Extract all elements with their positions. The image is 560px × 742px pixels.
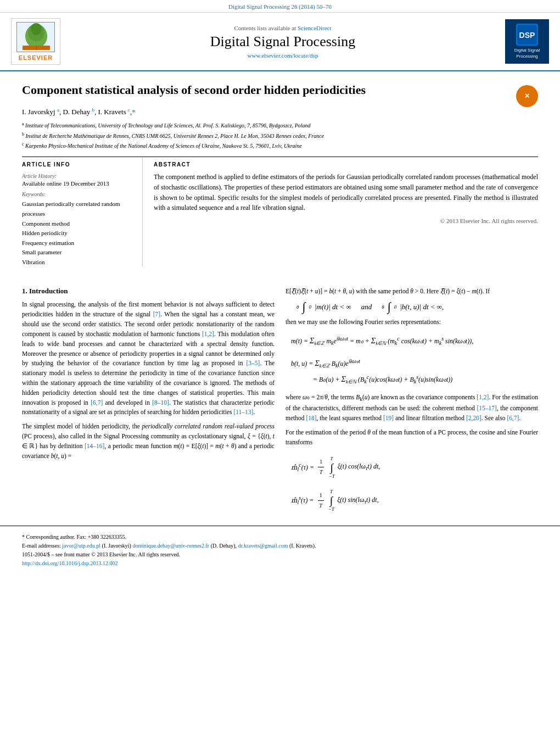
elsevier-logo-image [16,22,55,52]
abstract-text: The component method is applied to defin… [154,172,538,213]
footer-section: * Corresponding author. Fax: +380 322633… [0,526,560,571]
keyword-2: Component method [22,219,133,229]
top-bar: Digital Signal Processing 26 (2014) 50–7… [0,0,560,13]
fourier-b-block: b(t, u) = Σk∈ℤ Bk(u)eikω₀t = B₀(u) + Σk∈… [291,354,538,389]
transform-1: m̂lc(τ) = 1 T T ∫ −T ξ(t) cos(lωτt) dt, [291,452,538,483]
available-online: Available online 19 December 2013 [22,180,133,187]
email-1-name: (I. Javorskyi) [102,543,131,549]
email-3-name: (I. Kravets). [289,543,316,549]
keyword-6: Vibration [22,258,133,267]
elsevier-logo: ELSEVIER [11,18,60,65]
article-info-heading: ARTICLE INFO [22,161,133,168]
abstract-heading: ABSTRACT [154,161,538,168]
email-addresses: E-mail addresses: javor@utp.edu.pl (I. J… [22,542,538,550]
section-1-title: 1. Introduction [22,287,275,295]
crossmark-badge: ✕ [516,85,538,107]
dsp-icon: DSP [516,24,538,46]
journal-header: ELSEVIER Contents lists available at Sci… [0,13,560,71]
sciencedirect-link[interactable]: ScienceDirect [298,25,332,31]
email-2-name: (D. Dehay), [211,543,237,549]
left-column: 1. Introduction In signal processing, th… [22,287,275,520]
abstract-section: ABSTRACT The component method is applied… [154,157,538,267]
corresponding-author: * Corresponding author. Fax: +380 322633… [22,533,538,542]
contents-line: Contents lists available at ScienceDirec… [71,25,494,31]
journal-title: Digital Signal Processing [71,34,494,50]
keywords-label: Keywords: [22,191,133,197]
history-label: Article History: [22,173,133,179]
right-column: E[ξ̃(t)ξ̃(t + u)] = b(t + θ, u) with the… [285,287,538,520]
keyword-5: Small parameter [22,248,133,258]
email-1-link[interactable]: javor@utp.edu.pl [62,543,100,549]
svg-text:DSP: DSP [519,31,535,40]
svg-point-4 [31,23,42,35]
issn-line: 1051-2004/$ – see front matter © 2013 El… [22,550,538,559]
fourier-m-block: m(t) = Σk∈ℤ mkeikω₀t = m₀ + Σk∈ℕ (mkc co… [291,332,538,350]
elsevier-text: ELSEVIER [19,54,53,61]
email-2-link[interactable]: dominique.dehay@univ-rennes2.fr [132,543,209,549]
article-info-abstract: ARTICLE INFO Article History: Available … [22,157,538,267]
then-text: then we may use the following Fourier se… [285,317,538,327]
article-info-panel: ARTICLE INFO Article History: Available … [22,157,143,267]
omega-text: where ω₀ = 2π/θ, the terms Bk(u) are kno… [285,393,538,423]
intro-para-2: The simplest model of hidden periodicity… [22,422,275,461]
section-number: 1. [22,287,27,295]
email-label: E-mail addresses: [22,543,61,549]
intro-para-1: In signal processing, the analysis of th… [22,300,275,417]
journal-logo-label: Digital Signal Processing [508,48,546,59]
transform-2: m̂ls(τ) = 1 T T ∫ −T ξ(t) sin(lωτt) dt, [291,485,538,516]
keyword-4: Frequency estimation [22,238,133,248]
doi-link[interactable]: http://dx.doi.org/10.1016/j.dsp.2013.12.… [22,560,118,566]
copyright: © 2013 Elsevier Inc. All rights reserved… [154,217,538,224]
keyword-1: Gaussian periodically correlated random … [22,199,133,219]
journal-url[interactable]: www.elsevier.com/locate/dsp [71,52,494,59]
keyword-3: Hidden periodicity [22,228,133,238]
article-content: Component statistical analysis of second… [0,71,560,287]
body-content: 1. Introduction In signal processing, th… [0,287,560,520]
section-name: Introduction [29,287,68,295]
journal-citation: Digital Signal Processing 26 (2014) 50–7… [228,3,332,10]
authors-line: I. Javorskyj a, D. Dehay b, I. Kravets c… [22,107,538,116]
journal-center: Contents lists available at ScienceDirec… [60,25,505,59]
theta-estimation-text: For the estimation of the period θ of th… [285,428,538,448]
journal-logo-right: DSP Digital Signal Processing [505,19,549,64]
issn-text: 1051-2004/$ – see front matter © 2013 El… [22,551,180,557]
right-intro-text: E[ξ̃(t)ξ̃(t + u)] = b(t + θ, u) with the… [285,287,538,297]
email-3-link[interactable]: dr.kravets@gmail.com [238,543,288,549]
integral-conditions: θ ∫ 0 |m(t)| dt < ∞ and θ ∫ 0 |b(t, u)| … [296,301,538,313]
doi-line: http://dx.doi.org/10.1016/j.dsp.2013.12.… [22,559,538,568]
article-title: Component statistical analysis of second… [22,82,511,98]
affiliations: a Institute of Telecommunications, Unive… [22,121,538,150]
asterisk-note: * Corresponding author. Fax: +380 322633… [22,534,126,540]
